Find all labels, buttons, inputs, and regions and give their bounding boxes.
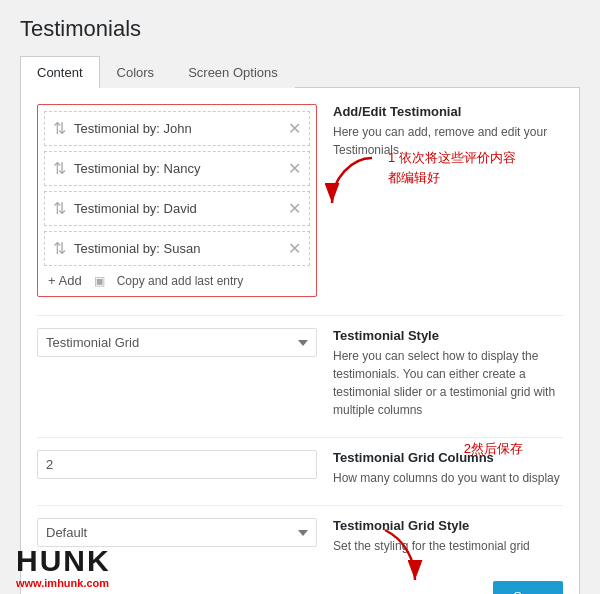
page-title: Testimonials — [20, 16, 580, 42]
grid-style-section: Default Testimonial Grid Style Set the s… — [37, 518, 563, 555]
divider — [37, 315, 563, 316]
testimonial-item[interactable]: ⇅ Testimonial by: Susan ✕ — [44, 231, 310, 266]
style-select-wrapper: Testimonial Grid Testimonial Slider — [37, 328, 317, 357]
divider — [37, 437, 563, 438]
tab-colors[interactable]: Colors — [100, 56, 172, 88]
grid-style-section-desc: Set the styling for the testimonial grid — [333, 537, 563, 555]
testimonial-style-select[interactable]: Testimonial Grid Testimonial Slider — [37, 328, 317, 357]
save-row: Save — [37, 573, 563, 594]
main-content-area: ⇅ Testimonial by: John ✕ ⇅ Testimonial b… — [20, 88, 580, 594]
remove-button[interactable]: ✕ — [288, 241, 301, 257]
grid-style-description: Testimonial Grid Style Set the styling f… — [333, 518, 563, 555]
list-actions: + Add ▣ Copy and add last entry — [44, 271, 310, 290]
columns-input-wrapper — [37, 450, 317, 479]
columns-section: Testimonial Grid Columns How many column… — [37, 450, 563, 487]
columns-section-title: Testimonial Grid Columns — [333, 450, 563, 465]
testimonial-item-label: Testimonial by: Nancy — [74, 161, 288, 176]
testimonials-section-desc: Here you can add, remove and edit your T… — [333, 123, 563, 159]
testimonial-item[interactable]: ⇅ Testimonial by: John ✕ — [44, 111, 310, 146]
testimonial-item[interactable]: ⇅ Testimonial by: Nancy ✕ — [44, 151, 310, 186]
testimonial-item[interactable]: ⇅ Testimonial by: David ✕ — [44, 191, 310, 226]
testimonial-item-label: Testimonial by: Susan — [74, 241, 288, 256]
tab-content[interactable]: Content — [20, 56, 100, 88]
remove-button[interactable]: ✕ — [288, 121, 301, 137]
save-button[interactable]: Save — [493, 581, 563, 594]
style-select-area: Testimonial Grid Testimonial Slider — [37, 328, 317, 357]
style-section-title: Testimonial Style — [333, 328, 563, 343]
columns-description: Testimonial Grid Columns How many column… — [333, 450, 563, 487]
columns-input[interactable] — [37, 450, 317, 479]
testimonials-description: Add/Edit Testimonial Here you can add, r… — [333, 104, 563, 159]
testimonials-section: ⇅ Testimonial by: John ✕ ⇅ Testimonial b… — [37, 104, 563, 297]
drag-handle-icon: ⇅ — [53, 239, 66, 258]
columns-input-area — [37, 450, 317, 479]
style-description: Testimonial Style Here you can select ho… — [333, 328, 563, 419]
copy-icon: ▣ — [94, 274, 105, 288]
arrow-1-svg — [322, 148, 382, 228]
style-section-desc: Here you can select how to display the t… — [333, 347, 563, 419]
testimonial-item-label: Testimonial by: David — [74, 201, 288, 216]
drag-handle-icon: ⇅ — [53, 119, 66, 138]
drag-handle-icon: ⇅ — [53, 159, 66, 178]
grid-style-section-title: Testimonial Grid Style — [333, 518, 563, 533]
grid-style-select-wrapper: Default — [37, 518, 317, 547]
testimonials-section-title: Add/Edit Testimonial — [333, 104, 563, 119]
grid-style-select[interactable]: Default — [37, 518, 317, 547]
testimonials-list-area: ⇅ Testimonial by: John ✕ ⇅ Testimonial b… — [37, 104, 317, 297]
remove-button[interactable]: ✕ — [288, 201, 301, 217]
style-section: Testimonial Grid Testimonial Slider Test… — [37, 328, 563, 419]
columns-section-desc: How many columns do you want to display — [333, 469, 563, 487]
divider — [37, 505, 563, 506]
copy-last-entry-button[interactable]: Copy and add last entry — [113, 272, 248, 290]
remove-button[interactable]: ✕ — [288, 161, 301, 177]
tab-bar: Content Colors Screen Options — [20, 56, 580, 88]
testimonial-list-box: ⇅ Testimonial by: John ✕ ⇅ Testimonial b… — [37, 104, 317, 297]
testimonial-item-label: Testimonial by: John — [74, 121, 288, 136]
grid-style-select-area: Default — [37, 518, 317, 547]
add-testimonial-button[interactable]: + Add — [44, 271, 86, 290]
arrow-save-svg — [415, 560, 495, 594]
drag-handle-icon: ⇅ — [53, 199, 66, 218]
tab-screen-options[interactable]: Screen Options — [171, 56, 295, 88]
